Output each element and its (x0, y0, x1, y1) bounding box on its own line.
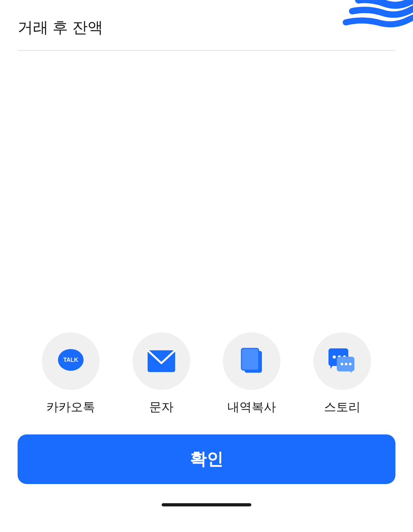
main-content: TALK 카카오톡 문자 (0, 51, 413, 532)
copy-label: 내역복사 (227, 399, 276, 415)
page-container: 거래 후 잔액 TALK 카카오톡 (0, 0, 413, 532)
share-options-row: TALK 카카오톡 문자 (0, 332, 413, 415)
svg-text:TALK: TALK (63, 357, 78, 363)
signature-area (301, 0, 413, 38)
story-icon-circle (313, 332, 371, 390)
confirm-button[interactable]: 확인 (18, 434, 395, 484)
svg-point-14 (341, 363, 343, 365)
svg-point-16 (349, 363, 352, 365)
mail-icon (147, 350, 176, 373)
share-item-copy[interactable]: 내역복사 (223, 332, 280, 415)
home-indicator (0, 503, 413, 513)
copy-icon-circle (223, 332, 280, 390)
svg-marker-8 (330, 364, 334, 369)
svg-point-15 (345, 363, 347, 365)
story-label: 스토리 (324, 399, 360, 415)
page-title: 거래 후 잔액 (18, 18, 103, 37)
sms-icon-circle (133, 332, 190, 390)
blue-scribble-icon (301, 0, 413, 38)
kakaotalk-icon: TALK (55, 345, 87, 377)
home-bar (162, 503, 251, 506)
confirm-button-container: 확인 (0, 434, 413, 484)
share-item-kakaotalk[interactable]: TALK 카카오톡 (42, 332, 100, 415)
svg-point-9 (333, 355, 336, 359)
share-item-sms[interactable]: 문자 (133, 332, 190, 415)
sms-label: 문자 (149, 399, 174, 415)
story-icon (328, 348, 357, 375)
kakaotalk-label: 카카오톡 (46, 399, 95, 415)
kakaotalk-icon-circle: TALK (42, 332, 100, 390)
share-item-story[interactable]: 스토리 (313, 332, 371, 415)
svg-rect-6 (241, 348, 259, 370)
copy-icon (239, 347, 264, 375)
